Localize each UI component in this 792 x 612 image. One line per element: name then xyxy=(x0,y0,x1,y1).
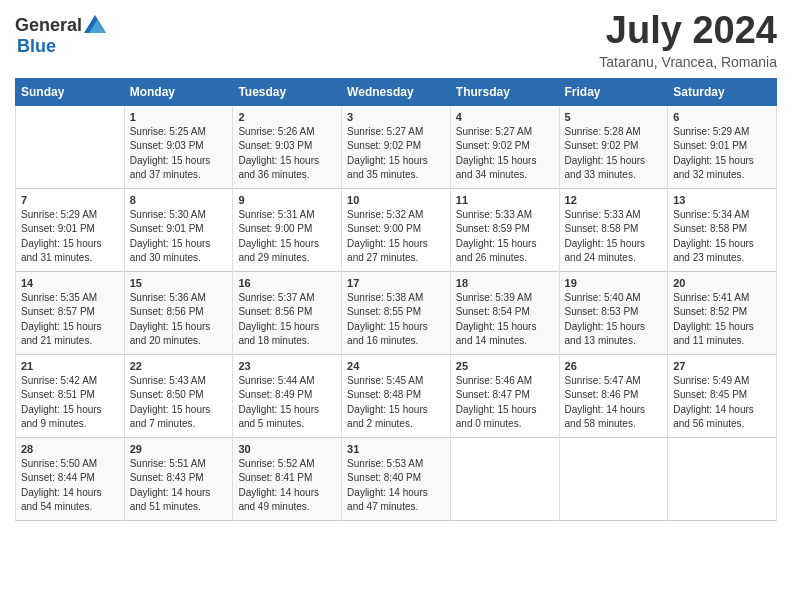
day-info: Sunrise: 5:27 AM Sunset: 9:02 PM Dayligh… xyxy=(347,125,445,183)
calendar-cell: 18Sunrise: 5:39 AM Sunset: 8:54 PM Dayli… xyxy=(450,271,559,354)
calendar-cell xyxy=(16,105,125,188)
day-number: 24 xyxy=(347,360,445,372)
day-number: 9 xyxy=(238,194,336,206)
weekday-header-row: SundayMondayTuesdayWednesdayThursdayFrid… xyxy=(16,78,777,105)
weekday-header-saturday: Saturday xyxy=(668,78,777,105)
calendar-cell: 3Sunrise: 5:27 AM Sunset: 9:02 PM Daylig… xyxy=(342,105,451,188)
day-number: 11 xyxy=(456,194,554,206)
week-row-2: 7Sunrise: 5:29 AM Sunset: 9:01 PM Daylig… xyxy=(16,188,777,271)
day-info: Sunrise: 5:26 AM Sunset: 9:03 PM Dayligh… xyxy=(238,125,336,183)
calendar-cell: 21Sunrise: 5:42 AM Sunset: 8:51 PM Dayli… xyxy=(16,354,125,437)
calendar-cell: 24Sunrise: 5:45 AM Sunset: 8:48 PM Dayli… xyxy=(342,354,451,437)
calendar-cell: 12Sunrise: 5:33 AM Sunset: 8:58 PM Dayli… xyxy=(559,188,668,271)
day-info: Sunrise: 5:45 AM Sunset: 8:48 PM Dayligh… xyxy=(347,374,445,432)
week-row-4: 21Sunrise: 5:42 AM Sunset: 8:51 PM Dayli… xyxy=(16,354,777,437)
calendar-cell: 15Sunrise: 5:36 AM Sunset: 8:56 PM Dayli… xyxy=(124,271,233,354)
calendar-cell: 9Sunrise: 5:31 AM Sunset: 9:00 PM Daylig… xyxy=(233,188,342,271)
day-number: 26 xyxy=(565,360,663,372)
day-number: 13 xyxy=(673,194,771,206)
calendar-cell: 27Sunrise: 5:49 AM Sunset: 8:45 PM Dayli… xyxy=(668,354,777,437)
day-number: 22 xyxy=(130,360,228,372)
calendar-cell: 4Sunrise: 5:27 AM Sunset: 9:02 PM Daylig… xyxy=(450,105,559,188)
day-number: 27 xyxy=(673,360,771,372)
calendar-cell: 13Sunrise: 5:34 AM Sunset: 8:58 PM Dayli… xyxy=(668,188,777,271)
calendar-cell: 17Sunrise: 5:38 AM Sunset: 8:55 PM Dayli… xyxy=(342,271,451,354)
logo-icon xyxy=(84,15,106,33)
day-info: Sunrise: 5:46 AM Sunset: 8:47 PM Dayligh… xyxy=(456,374,554,432)
calendar-cell: 31Sunrise: 5:53 AM Sunset: 8:40 PM Dayli… xyxy=(342,437,451,520)
header: General Blue July 2024 Tataranu, Vrancea… xyxy=(15,10,777,70)
day-info: Sunrise: 5:38 AM Sunset: 8:55 PM Dayligh… xyxy=(347,291,445,349)
calendar-cell: 30Sunrise: 5:52 AM Sunset: 8:41 PM Dayli… xyxy=(233,437,342,520)
calendar-cell: 7Sunrise: 5:29 AM Sunset: 9:01 PM Daylig… xyxy=(16,188,125,271)
day-number: 8 xyxy=(130,194,228,206)
calendar-cell: 26Sunrise: 5:47 AM Sunset: 8:46 PM Dayli… xyxy=(559,354,668,437)
day-number: 3 xyxy=(347,111,445,123)
day-number: 17 xyxy=(347,277,445,289)
day-number: 2 xyxy=(238,111,336,123)
day-number: 14 xyxy=(21,277,119,289)
day-number: 7 xyxy=(21,194,119,206)
logo: General Blue xyxy=(15,10,106,57)
day-number: 5 xyxy=(565,111,663,123)
day-number: 28 xyxy=(21,443,119,455)
location: Tataranu, Vrancea, Romania xyxy=(599,54,777,70)
day-info: Sunrise: 5:51 AM Sunset: 8:43 PM Dayligh… xyxy=(130,457,228,515)
day-number: 31 xyxy=(347,443,445,455)
day-info: Sunrise: 5:34 AM Sunset: 8:58 PM Dayligh… xyxy=(673,208,771,266)
day-info: Sunrise: 5:28 AM Sunset: 9:02 PM Dayligh… xyxy=(565,125,663,183)
day-info: Sunrise: 5:32 AM Sunset: 9:00 PM Dayligh… xyxy=(347,208,445,266)
day-number: 6 xyxy=(673,111,771,123)
day-info: Sunrise: 5:43 AM Sunset: 8:50 PM Dayligh… xyxy=(130,374,228,432)
week-row-3: 14Sunrise: 5:35 AM Sunset: 8:57 PM Dayli… xyxy=(16,271,777,354)
calendar-cell: 5Sunrise: 5:28 AM Sunset: 9:02 PM Daylig… xyxy=(559,105,668,188)
calendar-cell: 6Sunrise: 5:29 AM Sunset: 9:01 PM Daylig… xyxy=(668,105,777,188)
calendar-cell: 16Sunrise: 5:37 AM Sunset: 8:56 PM Dayli… xyxy=(233,271,342,354)
calendar-cell: 19Sunrise: 5:40 AM Sunset: 8:53 PM Dayli… xyxy=(559,271,668,354)
day-info: Sunrise: 5:27 AM Sunset: 9:02 PM Dayligh… xyxy=(456,125,554,183)
day-info: Sunrise: 5:37 AM Sunset: 8:56 PM Dayligh… xyxy=(238,291,336,349)
day-number: 21 xyxy=(21,360,119,372)
calendar-cell: 14Sunrise: 5:35 AM Sunset: 8:57 PM Dayli… xyxy=(16,271,125,354)
day-number: 23 xyxy=(238,360,336,372)
logo-general: General xyxy=(15,15,82,36)
day-number: 30 xyxy=(238,443,336,455)
day-number: 20 xyxy=(673,277,771,289)
day-number: 15 xyxy=(130,277,228,289)
day-info: Sunrise: 5:49 AM Sunset: 8:45 PM Dayligh… xyxy=(673,374,771,432)
day-info: Sunrise: 5:35 AM Sunset: 8:57 PM Dayligh… xyxy=(21,291,119,349)
page: General Blue July 2024 Tataranu, Vrancea… xyxy=(0,0,792,536)
calendar-cell: 8Sunrise: 5:30 AM Sunset: 9:01 PM Daylig… xyxy=(124,188,233,271)
weekday-header-tuesday: Tuesday xyxy=(233,78,342,105)
day-info: Sunrise: 5:50 AM Sunset: 8:44 PM Dayligh… xyxy=(21,457,119,515)
day-number: 1 xyxy=(130,111,228,123)
day-number: 10 xyxy=(347,194,445,206)
day-info: Sunrise: 5:33 AM Sunset: 8:59 PM Dayligh… xyxy=(456,208,554,266)
calendar-cell: 28Sunrise: 5:50 AM Sunset: 8:44 PM Dayli… xyxy=(16,437,125,520)
calendar-table: SundayMondayTuesdayWednesdayThursdayFrid… xyxy=(15,78,777,521)
day-info: Sunrise: 5:39 AM Sunset: 8:54 PM Dayligh… xyxy=(456,291,554,349)
day-info: Sunrise: 5:41 AM Sunset: 8:52 PM Dayligh… xyxy=(673,291,771,349)
day-info: Sunrise: 5:29 AM Sunset: 9:01 PM Dayligh… xyxy=(21,208,119,266)
weekday-header-monday: Monday xyxy=(124,78,233,105)
calendar-cell: 2Sunrise: 5:26 AM Sunset: 9:03 PM Daylig… xyxy=(233,105,342,188)
month-year: July 2024 xyxy=(599,10,777,52)
day-info: Sunrise: 5:30 AM Sunset: 9:01 PM Dayligh… xyxy=(130,208,228,266)
title-block: July 2024 Tataranu, Vrancea, Romania xyxy=(599,10,777,70)
calendar-cell xyxy=(559,437,668,520)
day-info: Sunrise: 5:33 AM Sunset: 8:58 PM Dayligh… xyxy=(565,208,663,266)
day-info: Sunrise: 5:42 AM Sunset: 8:51 PM Dayligh… xyxy=(21,374,119,432)
weekday-header-thursday: Thursday xyxy=(450,78,559,105)
week-row-1: 1Sunrise: 5:25 AM Sunset: 9:03 PM Daylig… xyxy=(16,105,777,188)
calendar-cell xyxy=(668,437,777,520)
day-info: Sunrise: 5:29 AM Sunset: 9:01 PM Dayligh… xyxy=(673,125,771,183)
calendar-cell: 29Sunrise: 5:51 AM Sunset: 8:43 PM Dayli… xyxy=(124,437,233,520)
day-info: Sunrise: 5:52 AM Sunset: 8:41 PM Dayligh… xyxy=(238,457,336,515)
logo-text: General xyxy=(15,15,106,36)
day-number: 18 xyxy=(456,277,554,289)
day-number: 4 xyxy=(456,111,554,123)
day-info: Sunrise: 5:25 AM Sunset: 9:03 PM Dayligh… xyxy=(130,125,228,183)
calendar-cell: 23Sunrise: 5:44 AM Sunset: 8:49 PM Dayli… xyxy=(233,354,342,437)
day-number: 19 xyxy=(565,277,663,289)
calendar-cell: 1Sunrise: 5:25 AM Sunset: 9:03 PM Daylig… xyxy=(124,105,233,188)
